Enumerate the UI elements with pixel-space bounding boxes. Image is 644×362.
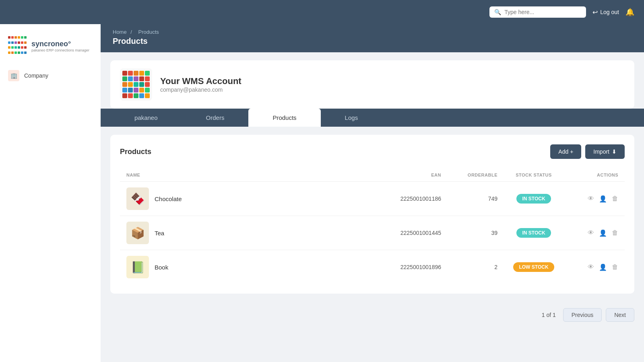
tab-pakaneo[interactable]: pakaneo [110,109,182,127]
search-icon: 🔍 [494,9,501,15]
product-image: 📦 [126,222,149,244]
product-status: IN STOCK [497,194,570,204]
account-info: Your WMS Account company@pakaneo.com [160,76,242,93]
status-badge: LOW STOCK [513,262,554,272]
sidebar-item-label: Company [24,72,48,79]
logo-text: syncroneo° pakaneo ERP connections manag… [31,40,89,52]
product-ean: 2225001001445 [369,230,441,236]
main-layout: syncroneo° pakaneo ERP connections manag… [0,24,644,362]
account-logo [120,68,152,101]
col-actions-header: ACTIONS [570,173,618,177]
table-row: 📗 Book 2225001001896 2 LOW STOCK 👁 👤 🗑 [120,250,625,284]
breadcrumb-bar: Home / Products Products [101,24,644,52]
product-image: 🍫 [126,187,149,210]
product-actions: 👁 👤 🗑 [570,263,618,271]
delete-icon[interactable]: 🗑 [612,229,618,237]
products-header: Products Add + Import ⬇ [120,144,625,159]
company-icon: 🏢 [8,70,19,81]
product-name-cell: 🍫 Chocolate [126,187,369,210]
sidebar: syncroneo° pakaneo ERP connections manag… [0,24,101,362]
tabs-bar: pakaneo Orders Products Logs [101,109,644,127]
breadcrumb-separator: / [130,29,132,35]
products-section-title: Products [120,148,151,156]
products-section: Products Add + Import ⬇ NAME EAN ORDERAB… [110,135,634,294]
logo-icon [8,36,27,56]
col-ean-header: EAN [369,173,441,177]
tab-products[interactable]: Products [248,109,320,127]
previous-button[interactable]: Previous [563,308,602,322]
header-actions: Add + Import ⬇ [550,144,625,159]
breadcrumb: Home / Products [113,29,632,35]
table-row: 📦 Tea 2225001001445 39 IN STOCK 👁 👤 🗑 [120,216,625,250]
account-email: company@pakaneo.com [160,86,242,93]
content-area: Home / Products Products [101,24,644,362]
delete-icon[interactable]: 🗑 [612,263,618,271]
assign-icon[interactable]: 👤 [599,195,607,203]
product-name-cell: 📦 Tea [126,222,369,244]
page-info: 1 of 1 [542,312,556,318]
breadcrumb-current: Products [138,29,159,35]
product-image: 📗 [126,256,149,278]
logout-button[interactable]: ↩ Log out [592,8,619,16]
product-orderable: 39 [441,230,497,236]
brand-tagline: pakaneo ERP connections manager [31,48,89,52]
table-row: 🍫 Chocolate 2225001001186 749 IN STOCK 👁… [120,182,625,216]
brand-name: syncroneo° [31,40,89,48]
search-input[interactable] [504,9,581,15]
product-status: IN STOCK [497,228,570,238]
logout-icon: ↩ [592,8,598,16]
logo-area: syncroneo° pakaneo ERP connections manag… [0,32,101,65]
product-name: Book [155,264,168,271]
view-icon[interactable]: 👁 [588,229,594,237]
assign-icon[interactable]: 👤 [599,229,607,237]
col-orderable-header: ORDERABLE [441,173,497,177]
pagination: 1 of 1 Previous Next [101,302,644,328]
view-icon[interactable]: 👁 [588,263,594,271]
product-name: Chocolate [155,195,182,202]
product-name-cell: 📗 Book [126,256,369,278]
view-icon[interactable]: 👁 [588,195,594,202]
top-bar-right: 🔍 ↩ Log out 🔔 [489,6,634,18]
next-button[interactable]: Next [606,308,634,322]
import-button[interactable]: Import ⬇ [585,144,625,159]
product-name: Tea [155,230,164,237]
delete-icon[interactable]: 🗑 [612,195,618,202]
notification-bell-icon[interactable]: 🔔 [625,8,634,16]
table-header: NAME EAN ORDERABLE STOCK STATUS ACTIONS [120,169,625,182]
tab-orders[interactable]: Orders [182,109,249,127]
breadcrumb-home[interactable]: Home [113,29,127,35]
status-badge: IN STOCK [516,228,551,238]
account-card: Your WMS Account company@pakaneo.com [110,60,634,109]
product-actions: 👁 👤 🗑 [570,195,618,203]
product-status: LOW STOCK [497,262,570,272]
add-button[interactable]: Add + [550,144,581,159]
search-box[interactable]: 🔍 [489,6,586,18]
import-label: Import [593,148,609,155]
product-orderable: 749 [441,195,497,202]
import-icon: ⬇ [612,148,617,155]
status-badge: IN STOCK [516,194,551,204]
product-ean: 2225001001896 [369,264,441,270]
top-bar: 🔍 ↩ Log out 🔔 [0,0,644,24]
col-stock-header: STOCK STATUS [497,173,570,177]
sidebar-item-company[interactable]: 🏢 Company [0,65,101,86]
product-orderable: 2 [441,264,497,270]
account-name: Your WMS Account [160,76,242,86]
tab-logs[interactable]: Logs [321,109,382,127]
assign-icon[interactable]: 👤 [599,263,607,271]
page-title: Products [113,37,632,46]
col-name-header: NAME [126,173,369,177]
product-actions: 👁 👤 🗑 [570,229,618,237]
product-ean: 2225001001186 [369,195,441,202]
